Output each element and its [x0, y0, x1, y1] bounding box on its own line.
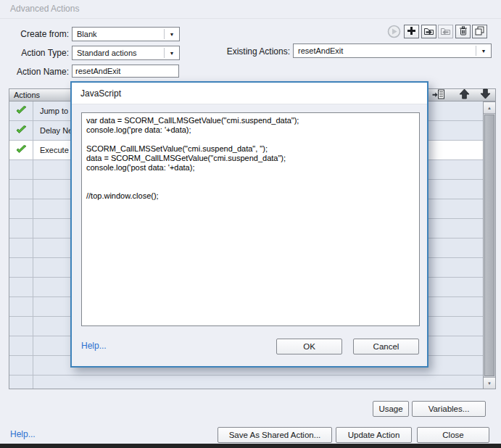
check-icon — [16, 104, 27, 117]
chevron-down-icon: ▼ — [476, 49, 491, 54]
check-icon — [16, 144, 27, 157]
copy-icon — [475, 25, 484, 38]
plus-icon — [407, 25, 416, 38]
empty-cell — [9, 317, 33, 336]
bottom-dark-bar — [0, 444, 501, 448]
empty-cell — [9, 180, 33, 199]
help-link[interactable]: Help... — [10, 429, 36, 439]
variables-button[interactable]: Variables... — [412, 401, 486, 417]
new-action-button[interactable] — [404, 25, 419, 38]
action-type-dropdown[interactable]: Standard actions ▼ — [72, 46, 180, 60]
empty-cell — [9, 160, 33, 179]
scroll-down-button[interactable]: ▼ — [484, 377, 495, 389]
empty-cell — [33, 376, 483, 389]
javascript-code-editor[interactable]: var data = SCORM_CallLMSGetValue("cmi.su… — [81, 112, 420, 326]
title-divider — [0, 18, 501, 19]
ok-button[interactable]: OK — [276, 339, 342, 354]
dialog-help-link[interactable]: Help... — [81, 341, 107, 351]
update-action-button[interactable]: Update Action — [336, 427, 412, 443]
action-enabled-toggle[interactable] — [9, 121, 33, 140]
folder-arrow-out-icon — [440, 25, 451, 38]
dialog-titlebar: JavaScript — [72, 83, 427, 104]
close-button[interactable]: Close — [417, 427, 489, 443]
create-from-dropdown[interactable]: Blank ▼ — [72, 27, 180, 41]
create-from-value: Blank — [73, 30, 164, 38]
action-enabled-toggle[interactable] — [9, 101, 33, 120]
triangle-up-icon: ▲ — [487, 106, 492, 110]
javascript-dialog: JavaScript var data = SCORM_CallLMSGetVa… — [70, 81, 428, 368]
scroll-up-button[interactable]: ▲ — [484, 102, 495, 114]
duplicate-action-button[interactable] — [472, 25, 487, 38]
dialog-title: JavaScript — [80, 88, 121, 99]
action-type-label: Action Type: — [0, 48, 69, 58]
existing-actions-value: resetAndExit — [294, 46, 476, 55]
empty-cell — [9, 219, 33, 238]
delete-action-button[interactable] — [455, 25, 471, 38]
check-icon — [16, 124, 27, 137]
move-row-up-button[interactable] — [458, 90, 470, 101]
action-name-input[interactable] — [72, 65, 179, 78]
play-icon — [387, 28, 401, 41]
existing-actions-dropdown[interactable]: resetAndExit ▼ — [293, 43, 492, 58]
actions-header-label: Actions — [14, 91, 40, 99]
trash-icon — [459, 25, 468, 38]
add-row-icon — [432, 89, 444, 102]
save-as-shared-action-button[interactable]: Save As Shared Action... — [218, 427, 332, 443]
empty-cell — [9, 336, 33, 355]
chevron-down-icon: ▼ — [165, 51, 179, 56]
empty-cell — [9, 238, 33, 257]
chevron-down-icon: ▼ — [165, 32, 179, 37]
triangle-down-icon: ▼ — [487, 381, 492, 386]
page-title: Advanced Actions — [10, 4, 79, 14]
export-shared-action-button[interactable] — [438, 25, 453, 38]
move-row-down-button[interactable] — [479, 90, 491, 101]
table-row[interactable] — [9, 376, 483, 389]
create-from-label: Create from: — [0, 29, 69, 39]
insert-row-button[interactable] — [431, 90, 444, 101]
import-shared-action-button[interactable] — [421, 25, 436, 38]
empty-cell — [9, 376, 33, 389]
folder-arrow-in-icon — [423, 25, 434, 38]
existing-actions-label: Existing Actions: — [203, 46, 290, 57]
action-type-value: Standard actions — [73, 49, 164, 57]
action-enabled-toggle[interactable] — [9, 141, 33, 159]
table-scrollbar[interactable]: ▲ ▼ — [483, 101, 496, 389]
usage-button[interactable]: Usage — [373, 401, 409, 417]
scrollbar-thumb[interactable] — [484, 115, 494, 376]
advanced-actions-window: Advanced Actions Create from: Action Typ… — [0, 0, 501, 448]
action-name-label: Action Name: — [0, 67, 69, 77]
preview-action-button[interactable] — [387, 25, 401, 38]
empty-cell — [9, 258, 33, 277]
empty-cell — [9, 356, 33, 375]
empty-cell — [9, 199, 33, 218]
empty-cell — [9, 278, 33, 296]
arrow-down-icon — [480, 88, 491, 102]
cancel-button[interactable]: Cancel — [353, 339, 419, 354]
empty-cell — [9, 297, 33, 316]
arrow-up-icon — [459, 88, 470, 102]
